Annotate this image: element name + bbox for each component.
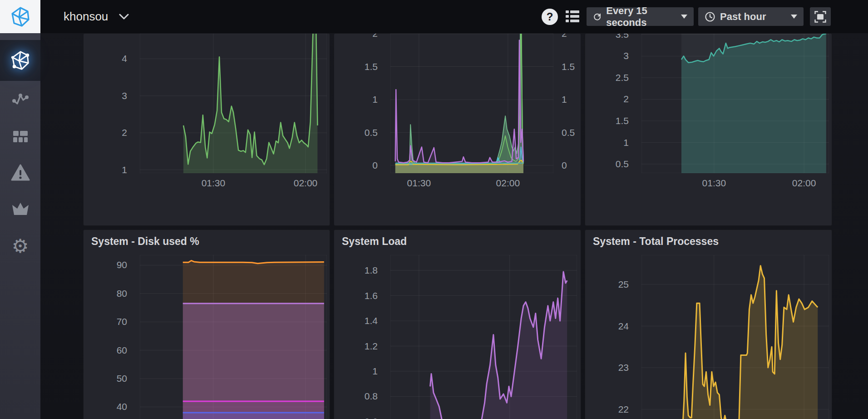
app-logo[interactable] bbox=[0, 0, 40, 33]
dashboard-title-dropdown[interactable]: khonsou bbox=[64, 0, 129, 33]
netdata-glow-icon bbox=[10, 50, 31, 71]
dashboards-tiles-icon bbox=[11, 127, 30, 145]
left-sidebar-nav: ⚙ bbox=[0, 33, 40, 419]
y-axis-label: 3 bbox=[585, 50, 629, 61]
gear-icon: ⚙ bbox=[12, 237, 29, 255]
y-axis-label: 1 bbox=[83, 165, 127, 175]
kiosk-mode-button[interactable] bbox=[810, 7, 831, 26]
y-axis-label: 4 bbox=[83, 53, 127, 64]
chart-plot-area[interactable] bbox=[641, 255, 829, 419]
y-axis-label: 70 bbox=[83, 316, 127, 327]
y-axis-label: 0.6 bbox=[334, 416, 378, 419]
y-axis-label: 25 bbox=[585, 279, 629, 290]
clock-icon bbox=[705, 11, 715, 22]
y-axis-label: 1 bbox=[334, 366, 378, 377]
metrics-graph-icon bbox=[11, 90, 30, 108]
x-axis-label: 01:30 bbox=[407, 178, 431, 189]
caret-down-icon bbox=[681, 15, 687, 19]
y-axis-label: 0 bbox=[334, 160, 378, 171]
y-axis-label: 1.2 bbox=[334, 341, 378, 352]
grafana-dashboard-screen: khonsou ? Eve bbox=[0, 0, 868, 419]
dashboard-list-button[interactable] bbox=[566, 10, 579, 23]
sidebar-item-dashboards[interactable] bbox=[0, 118, 40, 155]
y-axis-label: 1.6 bbox=[334, 290, 378, 301]
x-axis-label: 02:00 bbox=[496, 178, 520, 189]
x-axis-label: 02:00 bbox=[792, 178, 816, 189]
caret-down-icon bbox=[791, 15, 797, 19]
y-axis-label-right: 1.5 bbox=[562, 61, 581, 72]
y-axis-label: 90 bbox=[83, 259, 127, 270]
y-axis-label: 0.8 bbox=[334, 391, 378, 402]
y-axis-label: 24 bbox=[585, 321, 629, 332]
refresh-icon bbox=[593, 11, 602, 22]
kiosk-fullscreen-icon bbox=[814, 11, 826, 23]
y-axis-label: 50 bbox=[83, 373, 127, 384]
netdata-logo-icon bbox=[10, 6, 31, 28]
top-header-bar: khonsou ? Eve bbox=[0, 0, 868, 33]
y-axis-label: 2 bbox=[83, 127, 127, 138]
y-axis-label: 0.5 bbox=[334, 127, 378, 138]
panel-row1-col2: 000.50.5111.51.52201:3002:00 bbox=[334, 33, 581, 226]
y-axis-label: 80 bbox=[83, 288, 127, 299]
panel-title[interactable]: System Load bbox=[342, 235, 407, 248]
y-axis-label: 1.4 bbox=[334, 315, 378, 326]
list-icon bbox=[566, 10, 579, 23]
refresh-interval-button[interactable]: Every 15 seconds bbox=[587, 7, 694, 26]
panel-processes: System - Total Processes22232425 bbox=[585, 229, 832, 419]
y-axis-label-right: 0.5 bbox=[562, 127, 581, 138]
y-axis-label: 1 bbox=[585, 137, 629, 148]
time-range-button[interactable]: Past hour bbox=[698, 7, 804, 26]
y-axis-label: 2 bbox=[334, 33, 378, 39]
y-axis-label: 22 bbox=[585, 404, 629, 415]
chevron-down-icon bbox=[119, 14, 129, 20]
y-axis-label: 1.5 bbox=[585, 115, 629, 126]
y-axis-label: 1.5 bbox=[334, 61, 378, 72]
x-axis-label: 01:30 bbox=[702, 178, 726, 189]
y-axis-label: 3 bbox=[83, 90, 127, 101]
panel-title[interactable]: System - Disk used % bbox=[91, 235, 199, 248]
time-range-label: Past hour bbox=[720, 11, 766, 23]
y-axis-label: 40 bbox=[83, 401, 127, 412]
y-axis-label-right: 0 bbox=[562, 160, 581, 171]
y-axis-label-right: 1 bbox=[562, 94, 581, 105]
chart-plot-area[interactable] bbox=[390, 34, 553, 173]
crown-icon bbox=[11, 201, 30, 217]
question-mark-icon: ? bbox=[547, 10, 553, 23]
panel-row1-col3: 0.511.522.533.501:3002:00 bbox=[585, 33, 832, 226]
panel-title[interactable]: System - Total Processes bbox=[593, 235, 719, 248]
alerts-triangle-icon bbox=[11, 164, 30, 181]
y-axis-label: 0.5 bbox=[585, 159, 629, 170]
sidebar-item-metrics[interactable] bbox=[0, 80, 40, 117]
y-axis-label: 60 bbox=[83, 345, 127, 356]
sidebar-item-settings[interactable]: ⚙ bbox=[0, 228, 40, 264]
x-axis-label: 02:00 bbox=[294, 178, 318, 189]
dashboard-title: khonsou bbox=[64, 10, 108, 24]
refresh-interval-label: Every 15 seconds bbox=[606, 5, 674, 29]
y-axis-label: 1.8 bbox=[334, 265, 378, 276]
chart-plot-area[interactable] bbox=[140, 34, 327, 173]
y-axis-label: 2 bbox=[585, 94, 629, 105]
chart-plot-area[interactable] bbox=[140, 255, 327, 419]
x-axis-label: 01:30 bbox=[202, 178, 226, 189]
y-axis-label: 3.5 bbox=[585, 33, 629, 40]
sidebar-item-alerts[interactable] bbox=[0, 155, 40, 191]
y-axis-label: 23 bbox=[585, 362, 629, 373]
y-axis-label: 2.5 bbox=[585, 72, 629, 83]
panel-row1-col1: 123401:3002:00 bbox=[83, 33, 330, 226]
sidebar-item-home-active[interactable] bbox=[0, 40, 40, 81]
help-button[interactable]: ? bbox=[542, 9, 558, 25]
sidebar-item-premium[interactable] bbox=[0, 191, 40, 227]
y-axis-label: 1 bbox=[334, 94, 378, 105]
panel-load: System Load0.60.811.21.41.61.8 bbox=[334, 229, 581, 419]
panel-disk: System - Disk used %405060708090 bbox=[83, 229, 330, 419]
chart-plot-area[interactable] bbox=[390, 255, 577, 419]
chart-plot-area[interactable] bbox=[641, 34, 829, 173]
y-axis-label-right: 2 bbox=[562, 33, 581, 39]
